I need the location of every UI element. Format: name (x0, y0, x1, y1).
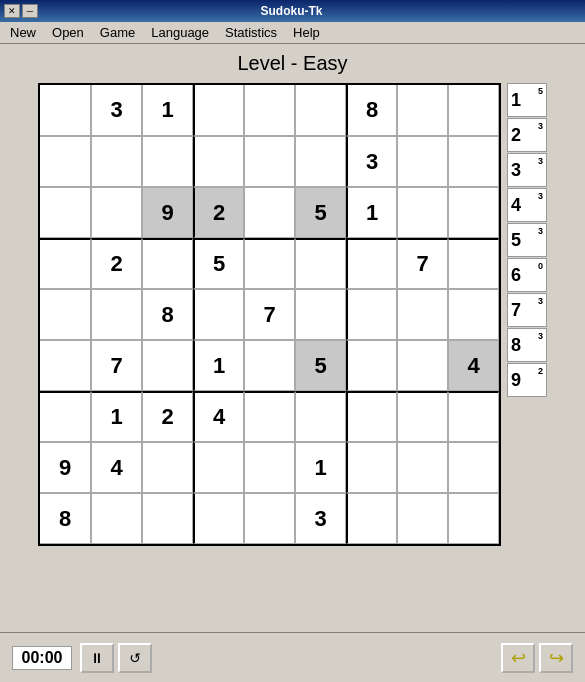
menu-item-new[interactable]: New (2, 23, 44, 42)
cell-6-2[interactable]: 2 (142, 391, 193, 442)
minimize-button[interactable]: ─ (22, 4, 38, 18)
cell-0-7[interactable] (397, 85, 448, 136)
cell-6-4[interactable] (244, 391, 295, 442)
cell-7-5[interactable]: 1 (295, 442, 346, 493)
menu-item-statistics[interactable]: Statistics (217, 23, 285, 42)
cell-2-7[interactable] (397, 187, 448, 238)
cell-4-8[interactable] (448, 289, 499, 340)
cell-3-0[interactable] (40, 238, 91, 289)
cell-1-8[interactable] (448, 136, 499, 187)
cell-7-6[interactable] (346, 442, 397, 493)
cell-6-7[interactable] (397, 391, 448, 442)
cell-1-3[interactable] (193, 136, 244, 187)
cell-7-4[interactable] (244, 442, 295, 493)
cell-4-1[interactable] (91, 289, 142, 340)
cell-7-1[interactable]: 4 (91, 442, 142, 493)
cell-3-8[interactable] (448, 238, 499, 289)
cell-1-4[interactable] (244, 136, 295, 187)
cell-1-1[interactable] (91, 136, 142, 187)
cell-8-4[interactable] (244, 493, 295, 544)
menu-item-language[interactable]: Language (143, 23, 217, 42)
side-item-6[interactable]: 60 (507, 258, 547, 292)
cell-1-2[interactable] (142, 136, 193, 187)
cell-3-5[interactable] (295, 238, 346, 289)
side-item-8[interactable]: 83 (507, 328, 547, 362)
cell-4-2[interactable]: 8 (142, 289, 193, 340)
refresh-button[interactable]: ↻ (118, 643, 152, 673)
cell-0-3[interactable] (193, 85, 244, 136)
cell-2-3[interactable]: 2 (193, 187, 244, 238)
cell-3-3[interactable]: 5 (193, 238, 244, 289)
close-button[interactable]: ✕ (4, 4, 20, 18)
cell-1-5[interactable] (295, 136, 346, 187)
cell-5-7[interactable] (397, 340, 448, 391)
cell-5-6[interactable] (346, 340, 397, 391)
cell-3-1[interactable]: 2 (91, 238, 142, 289)
menu-item-game[interactable]: Game (92, 23, 143, 42)
cell-8-8[interactable] (448, 493, 499, 544)
cell-5-1[interactable]: 7 (91, 340, 142, 391)
cell-3-4[interactable] (244, 238, 295, 289)
cell-1-7[interactable] (397, 136, 448, 187)
menu-item-help[interactable]: Help (285, 23, 328, 42)
cell-2-5[interactable]: 5 (295, 187, 346, 238)
cell-6-3[interactable]: 4 (193, 391, 244, 442)
side-item-2[interactable]: 23 (507, 118, 547, 152)
redo-button[interactable]: ↪ (539, 643, 573, 673)
cell-3-6[interactable] (346, 238, 397, 289)
cell-0-2[interactable]: 1 (142, 85, 193, 136)
cell-5-5[interactable]: 5 (295, 340, 346, 391)
cell-0-0[interactable] (40, 85, 91, 136)
side-item-4[interactable]: 43 (507, 188, 547, 222)
cell-6-1[interactable]: 1 (91, 391, 142, 442)
cell-8-1[interactable] (91, 493, 142, 544)
cell-3-7[interactable]: 7 (397, 238, 448, 289)
cell-6-5[interactable] (295, 391, 346, 442)
cell-8-3[interactable] (193, 493, 244, 544)
cell-8-2[interactable] (142, 493, 193, 544)
cell-8-5[interactable]: 3 (295, 493, 346, 544)
cell-0-6[interactable]: 8 (346, 85, 397, 136)
cell-7-0[interactable]: 9 (40, 442, 91, 493)
cell-1-0[interactable] (40, 136, 91, 187)
side-item-3[interactable]: 33 (507, 153, 547, 187)
cell-2-4[interactable] (244, 187, 295, 238)
cell-4-6[interactable] (346, 289, 397, 340)
cell-2-2[interactable]: 9 (142, 187, 193, 238)
cell-1-6[interactable]: 3 (346, 136, 397, 187)
cell-4-3[interactable] (193, 289, 244, 340)
cell-2-0[interactable] (40, 187, 91, 238)
cell-8-7[interactable] (397, 493, 448, 544)
cell-4-7[interactable] (397, 289, 448, 340)
cell-2-6[interactable]: 1 (346, 187, 397, 238)
cell-7-7[interactable] (397, 442, 448, 493)
cell-6-6[interactable] (346, 391, 397, 442)
side-item-5[interactable]: 53 (507, 223, 547, 257)
cell-7-2[interactable] (142, 442, 193, 493)
cell-5-4[interactable] (244, 340, 295, 391)
cell-0-5[interactable] (295, 85, 346, 136)
cell-0-4[interactable] (244, 85, 295, 136)
cell-3-2[interactable] (142, 238, 193, 289)
cell-5-3[interactable]: 1 (193, 340, 244, 391)
cell-4-0[interactable] (40, 289, 91, 340)
pause-button[interactable]: ⏸ (80, 643, 114, 673)
cell-2-1[interactable] (91, 187, 142, 238)
cell-7-3[interactable] (193, 442, 244, 493)
cell-7-8[interactable] (448, 442, 499, 493)
cell-5-0[interactable] (40, 340, 91, 391)
cell-0-1[interactable]: 3 (91, 85, 142, 136)
cell-0-8[interactable] (448, 85, 499, 136)
cell-5-8[interactable]: 4 (448, 340, 499, 391)
cell-5-2[interactable] (142, 340, 193, 391)
cell-6-8[interactable] (448, 391, 499, 442)
cell-8-0[interactable]: 8 (40, 493, 91, 544)
side-item-9[interactable]: 92 (507, 363, 547, 397)
side-item-7[interactable]: 73 (507, 293, 547, 327)
cell-4-4[interactable]: 7 (244, 289, 295, 340)
cell-6-0[interactable] (40, 391, 91, 442)
undo-button[interactable]: ↩ (501, 643, 535, 673)
side-item-1[interactable]: 15 (507, 83, 547, 117)
cell-4-5[interactable] (295, 289, 346, 340)
cell-8-6[interactable] (346, 493, 397, 544)
